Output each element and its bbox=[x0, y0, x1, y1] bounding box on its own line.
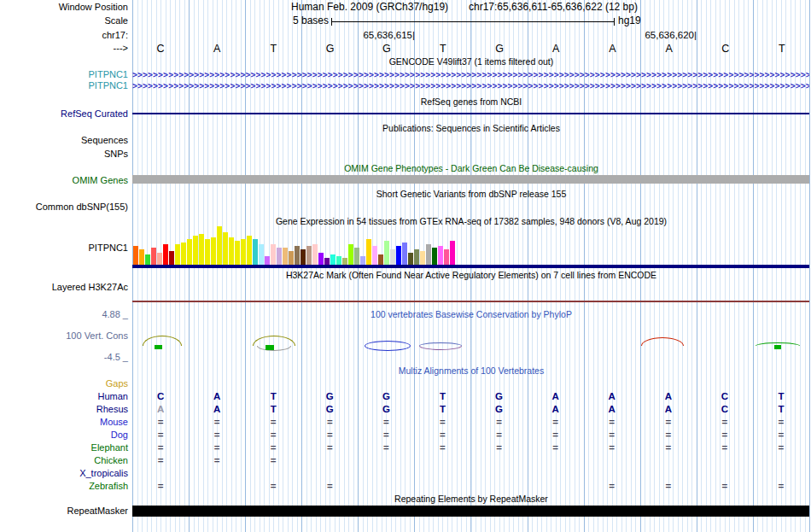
alignment-base: G bbox=[358, 403, 414, 416]
gtex-tissue-bar[interactable] bbox=[271, 244, 276, 265]
snps-track-label[interactable]: SNPs bbox=[0, 149, 128, 160]
gtex-tissue-bar[interactable] bbox=[384, 241, 389, 265]
h3k27ac-signal-line[interactable] bbox=[132, 301, 809, 302]
species-label[interactable]: Zebrafish bbox=[0, 480, 128, 493]
gtex-tissue-bar[interactable] bbox=[402, 243, 407, 265]
alignment-gap-mark: = bbox=[528, 416, 584, 429]
gtex-tissue-bar[interactable] bbox=[163, 244, 168, 265]
species-label[interactable]: Elephant bbox=[0, 441, 128, 454]
multiz-row-mouse[interactable]: Mouse============ bbox=[0, 416, 811, 429]
multiz-row-dog[interactable]: Dog============ bbox=[0, 429, 811, 441]
gtex-tissue-bar[interactable] bbox=[181, 243, 186, 265]
gtex-tissue-bar[interactable] bbox=[193, 236, 198, 265]
gtex-tissue-bar[interactable] bbox=[300, 249, 306, 265]
species-label[interactable]: X_tropicalis bbox=[0, 467, 128, 480]
gencode-arrow-line[interactable]: >>>>>>>>>>>>>>>>>>>>>>>>>>>>>>>>>>>>>>>>… bbox=[132, 70, 809, 79]
species-label[interactable]: Mouse bbox=[0, 416, 128, 429]
gtex-tissue-bar[interactable] bbox=[432, 248, 437, 265]
gtex-tissue-bar[interactable] bbox=[211, 237, 216, 265]
gtex-tissue-bar[interactable] bbox=[438, 246, 443, 265]
gtex-tissue-bar[interactable] bbox=[289, 251, 294, 265]
sequences-track-label[interactable]: Sequences bbox=[0, 135, 128, 146]
gtex-tissue-bar[interactable] bbox=[420, 251, 425, 265]
gtex-tissue-bar[interactable] bbox=[145, 254, 150, 265]
gtex-tissue-bar[interactable] bbox=[187, 239, 192, 265]
alignment-gap-mark: = bbox=[528, 441, 584, 454]
gtex-tissue-bar[interactable] bbox=[205, 239, 210, 265]
species-label[interactable]: Gaps bbox=[0, 377, 128, 390]
alignment-gap-mark: = bbox=[358, 429, 414, 441]
gtex-tissue-bar[interactable] bbox=[199, 234, 204, 265]
gtex-tissue-bar[interactable] bbox=[324, 258, 330, 265]
gtex-bars[interactable] bbox=[133, 226, 455, 265]
multiz-row-x_tropicalis[interactable]: X_tropicalis bbox=[0, 467, 811, 480]
gtex-tissue-bar[interactable] bbox=[265, 256, 270, 265]
refseq-gene-line[interactable] bbox=[132, 113, 809, 114]
phylop-arcs[interactable] bbox=[132, 327, 809, 361]
h3k27ac-track-label[interactable]: Layered H3K27Ac bbox=[0, 282, 128, 293]
gtex-tissue-bar[interactable] bbox=[217, 226, 222, 265]
gtex-tissue-bar[interactable] bbox=[354, 248, 359, 265]
gtex-tissue-bar[interactable] bbox=[450, 241, 455, 265]
multiz-row-zebrafish[interactable]: Zebrafish======= bbox=[0, 480, 811, 493]
gtex-tissue-bar[interactable] bbox=[247, 236, 252, 265]
gtex-track-label[interactable]: PITPNC1 bbox=[0, 243, 128, 254]
alignment-gap-mark: = bbox=[132, 480, 189, 493]
gtex-tissue-bar[interactable] bbox=[175, 244, 180, 265]
gtex-tissue-bar[interactable] bbox=[277, 248, 282, 265]
species-label[interactable]: Dog bbox=[0, 429, 128, 441]
omim-gene-bar[interactable] bbox=[132, 175, 809, 184]
gtex-tissue-bar[interactable] bbox=[360, 256, 365, 265]
gtex-tissue-bar[interactable] bbox=[169, 251, 174, 265]
gtex-tissue-bar[interactable] bbox=[318, 253, 324, 265]
gencode-item-label-1[interactable]: PITPNC1 bbox=[0, 69, 128, 80]
species-label[interactable]: Chicken bbox=[0, 454, 128, 467]
gtex-tissue-bar[interactable] bbox=[139, 249, 144, 265]
gtex-tissue-bar[interactable] bbox=[414, 249, 419, 265]
gtex-tissue-bar[interactable] bbox=[426, 244, 431, 265]
gtex-tissue-bar[interactable] bbox=[306, 246, 312, 265]
gtex-tissue-bar[interactable] bbox=[259, 244, 264, 265]
gtex-tissue-bar[interactable] bbox=[312, 244, 318, 265]
gtex-tissue-bar[interactable] bbox=[342, 258, 347, 265]
species-label[interactable]: Human bbox=[0, 390, 128, 403]
multiz-row-rhesus[interactable]: RhesusAATGGTGAAACT bbox=[0, 403, 811, 416]
gtex-tissue-bar[interactable] bbox=[408, 253, 413, 265]
alignment-gap-mark: = bbox=[358, 416, 414, 429]
gtex-tissue-bar[interactable] bbox=[372, 246, 377, 265]
phylop-track-label[interactable]: 100 Vert. Cons bbox=[0, 330, 128, 342]
gtex-tissue-bar[interactable] bbox=[229, 237, 234, 265]
alignment-empty bbox=[528, 377, 584, 390]
gtex-tissue-bar[interactable] bbox=[366, 239, 371, 265]
gtex-tissue-bar[interactable] bbox=[151, 248, 156, 265]
repeatmasker-track-label[interactable]: RepeatMasker bbox=[0, 506, 128, 517]
gtex-tissue-bar[interactable] bbox=[295, 246, 300, 265]
gtex-tissue-bar[interactable] bbox=[253, 239, 258, 265]
gtex-tissue-bar[interactable] bbox=[348, 244, 353, 265]
multiz-row-gaps[interactable]: Gaps bbox=[0, 377, 811, 390]
gtex-tissue-bar[interactable] bbox=[223, 232, 228, 265]
repeatmasker-bar[interactable] bbox=[132, 506, 809, 517]
refseq-track-label[interactable]: RefSeq Curated bbox=[0, 108, 128, 120]
gtex-tissue-bar[interactable] bbox=[330, 254, 335, 265]
gtex-gene-baseline[interactable] bbox=[132, 265, 809, 268]
multiz-row-elephant[interactable]: Elephant============ bbox=[0, 441, 811, 454]
omim-track-label[interactable]: OMIM Genes bbox=[0, 175, 128, 186]
multiz-row-human[interactable]: HumanCATGGTGAAACT bbox=[0, 390, 811, 403]
multiz-row-chicken[interactable]: Chicken=== bbox=[0, 454, 811, 467]
gtex-tissue-bar[interactable] bbox=[235, 241, 240, 265]
gtex-tissue-bar[interactable] bbox=[241, 239, 246, 265]
gencode-arrow-line[interactable]: >>>>>>>>>>>>>>>>>>>>>>>>>>>>>>>>>>>>>>>>… bbox=[132, 81, 809, 91]
gtex-tissue-bar[interactable] bbox=[378, 254, 383, 265]
gtex-tissue-bar[interactable] bbox=[157, 253, 162, 265]
gtex-tissue-bar[interactable] bbox=[283, 248, 288, 265]
gtex-tissue-bar[interactable] bbox=[444, 249, 449, 265]
gtex-tissue-bar[interactable] bbox=[336, 256, 341, 265]
gtex-tissue-bar[interactable] bbox=[390, 249, 395, 265]
phylop-tick bbox=[774, 345, 781, 349]
species-label[interactable]: Rhesus bbox=[0, 403, 128, 416]
gencode-item-label-2[interactable]: PITPNC1 bbox=[0, 80, 128, 91]
dbsnp-track-label[interactable]: Common dbSNP(155) bbox=[0, 202, 128, 213]
gtex-tissue-bar[interactable] bbox=[133, 246, 138, 265]
gtex-tissue-bar[interactable] bbox=[396, 246, 401, 265]
